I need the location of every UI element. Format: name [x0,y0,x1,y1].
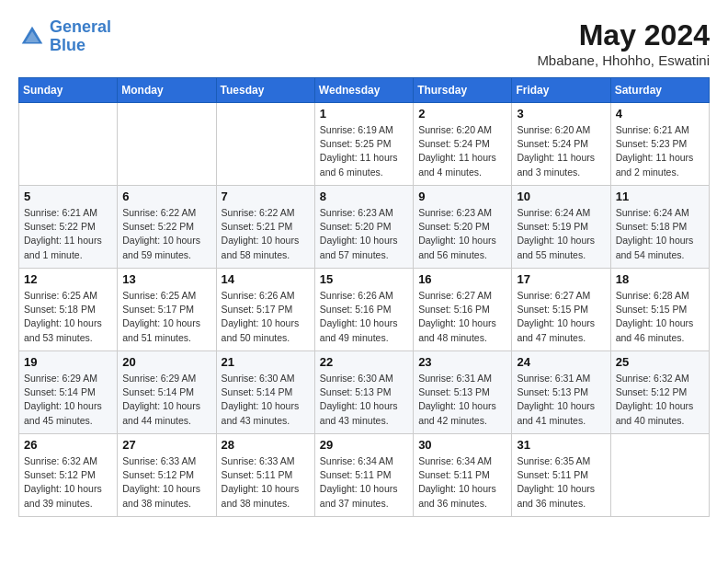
calendar-cell: 3Sunrise: 6:20 AM Sunset: 5:24 PM Daylig… [512,103,610,186]
day-number: 9 [418,190,506,203]
calendar-cell [610,434,709,517]
day-info: Sunrise: 6:34 AM Sunset: 5:11 PM Dayligh… [418,454,506,511]
title-area: May 2024 Mbabane, Hhohho, Eswatini [537,18,710,68]
day-info: Sunrise: 6:22 AM Sunset: 5:22 PM Dayligh… [122,206,210,262]
calendar-cell: 16Sunrise: 6:27 AM Sunset: 5:16 PM Dayli… [414,269,512,351]
day-info: Sunrise: 6:30 AM Sunset: 5:14 PM Dayligh… [222,372,310,428]
day-number: 1 [320,107,408,121]
day-info: Sunrise: 6:33 AM Sunset: 5:12 PM Dayligh… [122,454,210,511]
day-number: 13 [122,272,210,286]
day-info: Sunrise: 6:23 AM Sunset: 5:20 PM Dayligh… [418,206,506,262]
calendar-cell: 11Sunrise: 6:24 AM Sunset: 5:18 PM Dayli… [610,186,709,269]
calendar-cell: 23Sunrise: 6:31 AM Sunset: 5:13 PM Dayli… [414,351,512,434]
calendar-cell: 18Sunrise: 6:28 AM Sunset: 5:15 PM Dayli… [610,269,709,351]
day-info: Sunrise: 6:35 AM Sunset: 5:11 PM Dayligh… [517,454,605,511]
calendar-week-row: 19Sunrise: 6:29 AM Sunset: 5:14 PM Dayli… [19,351,710,434]
calendar-cell: 13Sunrise: 6:25 AM Sunset: 5:17 PM Dayli… [118,269,216,351]
day-number: 8 [320,190,408,203]
calendar-cell: 15Sunrise: 6:26 AM Sunset: 5:16 PM Dayli… [314,269,413,351]
day-number: 21 [222,355,310,369]
calendar-cell: 24Sunrise: 6:31 AM Sunset: 5:13 PM Dayli… [512,351,610,434]
day-number: 4 [616,107,704,121]
calendar-week-row: 12Sunrise: 6:25 AM Sunset: 5:18 PM Dayli… [19,269,710,351]
day-info: Sunrise: 6:26 AM Sunset: 5:17 PM Dayligh… [222,289,310,345]
calendar-week-row: 1Sunrise: 6:19 AM Sunset: 5:25 PM Daylig… [19,103,710,186]
calendar-cell [19,103,118,186]
day-info: Sunrise: 6:20 AM Sunset: 5:24 PM Dayligh… [418,123,506,179]
calendar-cell: 19Sunrise: 6:29 AM Sunset: 5:14 PM Dayli… [19,351,118,434]
day-info: Sunrise: 6:33 AM Sunset: 5:11 PM Dayligh… [222,454,310,511]
calendar-cell: 17Sunrise: 6:27 AM Sunset: 5:15 PM Dayli… [512,269,610,351]
calendar-cell: 31Sunrise: 6:35 AM Sunset: 5:11 PM Dayli… [512,434,610,517]
calendar-cell: 27Sunrise: 6:33 AM Sunset: 5:12 PM Dayli… [118,434,216,517]
day-info: Sunrise: 6:21 AM Sunset: 5:22 PM Dayligh… [24,206,112,262]
day-number: 16 [418,272,506,286]
day-info: Sunrise: 6:29 AM Sunset: 5:14 PM Dayligh… [122,372,210,428]
day-info: Sunrise: 6:27 AM Sunset: 5:15 PM Dayligh… [517,289,605,345]
day-number: 29 [320,438,408,452]
day-info: Sunrise: 6:21 AM Sunset: 5:23 PM Dayligh… [616,123,704,179]
logo: General Blue [18,18,111,55]
day-info: Sunrise: 6:22 AM Sunset: 5:21 PM Dayligh… [222,206,310,262]
calendar-cell: 7Sunrise: 6:22 AM Sunset: 5:21 PM Daylig… [216,186,314,269]
calendar-cell: 8Sunrise: 6:23 AM Sunset: 5:20 PM Daylig… [314,186,413,269]
calendar-cell: 26Sunrise: 6:32 AM Sunset: 5:12 PM Dayli… [19,434,118,517]
day-info: Sunrise: 6:19 AM Sunset: 5:25 PM Dayligh… [320,123,408,179]
weekday-header: Monday [118,78,216,103]
day-number: 28 [222,438,310,452]
day-info: Sunrise: 6:23 AM Sunset: 5:20 PM Dayligh… [320,206,408,262]
day-info: Sunrise: 6:24 AM Sunset: 5:19 PM Dayligh… [517,206,605,262]
location: Mbabane, Hhohho, Eswatini [537,52,710,68]
calendar-cell [216,103,314,186]
calendar-cell: 29Sunrise: 6:34 AM Sunset: 5:11 PM Dayli… [314,434,413,517]
calendar-cell: 25Sunrise: 6:32 AM Sunset: 5:12 PM Dayli… [610,351,709,434]
day-number: 17 [517,272,605,286]
calendar-cell: 6Sunrise: 6:22 AM Sunset: 5:22 PM Daylig… [118,186,216,269]
day-info: Sunrise: 6:20 AM Sunset: 5:24 PM Dayligh… [517,123,605,179]
calendar-cell: 21Sunrise: 6:30 AM Sunset: 5:14 PM Dayli… [216,351,314,434]
month-title: May 2024 [537,18,710,52]
calendar-cell: 2Sunrise: 6:20 AM Sunset: 5:24 PM Daylig… [414,103,512,186]
day-info: Sunrise: 6:27 AM Sunset: 5:16 PM Dayligh… [418,289,506,345]
weekday-header: Wednesday [314,78,413,103]
day-number: 30 [418,438,506,452]
calendar-cell: 4Sunrise: 6:21 AM Sunset: 5:23 PM Daylig… [610,103,709,186]
day-number: 25 [616,355,704,369]
calendar-cell: 5Sunrise: 6:21 AM Sunset: 5:22 PM Daylig… [19,186,118,269]
calendar-cell: 22Sunrise: 6:30 AM Sunset: 5:13 PM Dayli… [314,351,413,434]
day-number: 12 [24,272,112,286]
calendar-cell: 20Sunrise: 6:29 AM Sunset: 5:14 PM Dayli… [118,351,216,434]
calendar-cell: 30Sunrise: 6:34 AM Sunset: 5:11 PM Dayli… [414,434,512,517]
calendar-week-row: 5Sunrise: 6:21 AM Sunset: 5:22 PM Daylig… [19,186,710,269]
day-number: 27 [122,438,210,452]
day-number: 24 [517,355,605,369]
day-info: Sunrise: 6:28 AM Sunset: 5:15 PM Dayligh… [616,289,704,345]
day-number: 15 [320,272,408,286]
day-number: 3 [517,107,605,121]
day-info: Sunrise: 6:25 AM Sunset: 5:18 PM Dayligh… [24,289,112,345]
calendar-week-row: 26Sunrise: 6:32 AM Sunset: 5:12 PM Dayli… [19,434,710,517]
day-info: Sunrise: 6:24 AM Sunset: 5:18 PM Dayligh… [616,206,704,262]
day-info: Sunrise: 6:26 AM Sunset: 5:16 PM Dayligh… [320,289,408,345]
day-number: 6 [122,190,210,203]
calendar-cell: 12Sunrise: 6:25 AM Sunset: 5:18 PM Dayli… [19,269,118,351]
weekday-header: Tuesday [216,78,314,103]
calendar: SundayMondayTuesdayWednesdayThursdayFrid… [18,77,710,517]
page-header: General Blue May 2024 Mbabane, Hhohho, E… [18,18,710,68]
weekday-header-row: SundayMondayTuesdayWednesdayThursdayFrid… [19,78,710,103]
day-number: 11 [616,190,704,203]
day-info: Sunrise: 6:34 AM Sunset: 5:11 PM Dayligh… [320,454,408,511]
day-info: Sunrise: 6:25 AM Sunset: 5:17 PM Dayligh… [122,289,210,345]
day-number: 7 [222,190,310,203]
day-number: 23 [418,355,506,369]
weekday-header: Sunday [19,78,118,103]
logo-text: General Blue [50,18,111,55]
day-number: 10 [517,190,605,203]
day-number: 26 [24,438,112,452]
day-number: 2 [418,107,506,121]
day-info: Sunrise: 6:31 AM Sunset: 5:13 PM Dayligh… [418,372,506,428]
calendar-cell: 1Sunrise: 6:19 AM Sunset: 5:25 PM Daylig… [314,103,413,186]
day-info: Sunrise: 6:29 AM Sunset: 5:14 PM Dayligh… [24,372,112,428]
calendar-cell [118,103,216,186]
day-number: 14 [222,272,310,286]
